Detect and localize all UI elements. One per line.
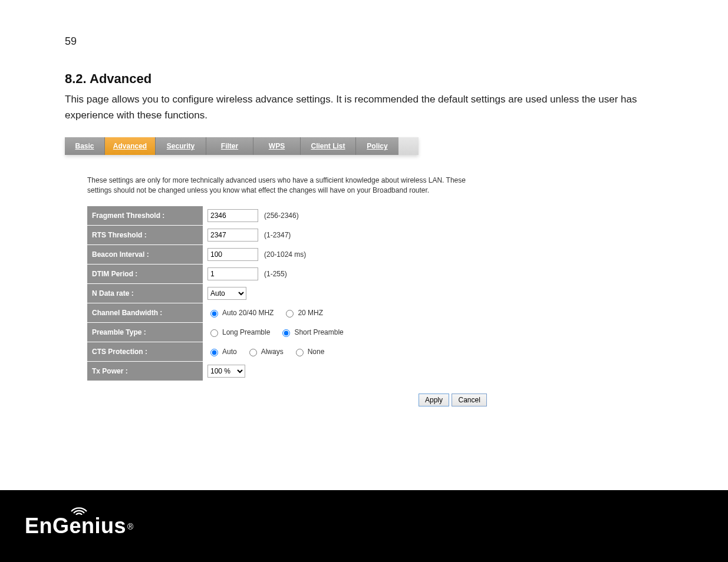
radio-chbw-20[interactable]	[286, 310, 294, 318]
logo-text: EnGenius	[25, 514, 126, 538]
engenius-logo: EnGenius®	[25, 514, 133, 538]
select-n-data-rate[interactable]: Auto	[207, 287, 246, 300]
row-fragment-threshold: Fragment Threshold : (256-2346)	[87, 206, 663, 225]
tab-policy[interactable]: Policy	[356, 137, 398, 155]
radio-cts-auto[interactable]	[210, 349, 218, 356]
warning-text: These settings are only for more technic…	[87, 176, 476, 196]
hint-beacon-interval: (20-1024 ms)	[264, 250, 306, 259]
page-footer: EnGenius®	[0, 490, 728, 562]
tab-client-list[interactable]: Client List	[301, 137, 356, 155]
settings-table: Fragment Threshold : (256-2346) RTS Thre…	[87, 206, 663, 381]
hint-rts-threshold: (1-2347)	[264, 231, 291, 239]
apply-button[interactable]: Apply	[419, 394, 449, 406]
label-fragment-threshold: Fragment Threshold :	[87, 206, 203, 225]
input-dtim-period[interactable]	[207, 267, 258, 280]
label-tx-power: Tx Power :	[87, 362, 203, 381]
radio-cts-none-text: None	[308, 348, 325, 356]
page-number: 59	[65, 35, 663, 48]
input-rts-threshold[interactable]	[207, 229, 258, 242]
tab-filter[interactable]: Filter	[206, 137, 253, 155]
row-n-data-rate: N Data rate : Auto	[87, 284, 663, 303]
row-beacon-interval: Beacon Interval : (20-1024 ms)	[87, 245, 663, 264]
label-n-data-rate: N Data rate :	[87, 284, 203, 303]
tab-advanced[interactable]: Advanced	[105, 137, 156, 155]
radio-preamble-short[interactable]	[282, 329, 290, 337]
row-cts-protection: CTS Protection : Auto Always None	[87, 342, 663, 361]
radio-cts-always-label[interactable]: Always	[246, 347, 284, 356]
label-cts-protection: CTS Protection :	[87, 342, 203, 361]
radio-preamble-long-label[interactable]: Long Preamble	[207, 328, 270, 337]
row-channel-bandwidth: Channel Bandwidth : Auto 20/40 MHZ 20 MH…	[87, 303, 663, 322]
button-row: Apply Cancel	[65, 394, 663, 406]
section-intro: This page allows you to configure wirele…	[65, 91, 663, 123]
radio-cts-always-text: Always	[261, 348, 284, 356]
tab-basic[interactable]: Basic	[65, 137, 105, 155]
radio-chbw-auto-text: Auto 20/40 MHZ	[222, 309, 274, 317]
radio-preamble-short-text: Short Preamble	[294, 328, 343, 336]
radio-cts-auto-label[interactable]: Auto	[207, 347, 237, 356]
radio-chbw-auto-label[interactable]: Auto 20/40 MHZ	[207, 308, 274, 318]
input-fragment-threshold[interactable]	[207, 209, 258, 222]
cancel-button[interactable]: Cancel	[452, 394, 486, 406]
tab-security[interactable]: Security	[156, 137, 206, 155]
radio-cts-always[interactable]	[249, 349, 257, 356]
label-rts-threshold: RTS Threshold :	[87, 226, 203, 244]
radio-chbw-20-label[interactable]: 20 MHZ	[283, 308, 323, 318]
label-beacon-interval: Beacon Interval :	[87, 245, 203, 264]
tab-bar: Basic Advanced Security Filter WPS Clien…	[65, 137, 419, 155]
row-tx-power: Tx Power : 100 %	[87, 362, 663, 381]
row-preamble-type: Preamble Type : Long Preamble Short Prea…	[87, 323, 663, 342]
input-beacon-interval[interactable]	[207, 248, 258, 261]
label-channel-bandwidth: Channel Bandwidth :	[87, 303, 203, 322]
radio-cts-none[interactable]	[296, 349, 304, 356]
radio-preamble-short-label[interactable]: Short Preamble	[279, 328, 343, 337]
select-tx-power[interactable]: 100 %	[207, 365, 245, 378]
radio-cts-auto-text: Auto	[222, 348, 237, 356]
router-ui-screenshot: Basic Advanced Security Filter WPS Clien…	[65, 135, 663, 406]
radio-chbw-20-text: 20 MHZ	[298, 309, 323, 317]
radio-preamble-long[interactable]	[210, 329, 218, 337]
row-rts-threshold: RTS Threshold : (1-2347)	[87, 226, 663, 244]
logo-registered: ®	[127, 522, 133, 531]
tab-wps[interactable]: WPS	[253, 137, 301, 155]
label-preamble-type: Preamble Type :	[87, 323, 203, 342]
radio-cts-none-label[interactable]: None	[293, 347, 325, 356]
label-dtim-period: DTIM Period :	[87, 265, 203, 283]
section-heading: 8.2. Advanced	[65, 71, 663, 87]
radio-preamble-long-text: Long Preamble	[222, 328, 270, 336]
wifi-icon	[69, 501, 89, 515]
row-dtim-period: DTIM Period : (1-255)	[87, 265, 663, 283]
hint-dtim-period: (1-255)	[264, 270, 287, 278]
radio-chbw-auto[interactable]	[210, 310, 218, 318]
hint-fragment-threshold: (256-2346)	[264, 211, 299, 220]
